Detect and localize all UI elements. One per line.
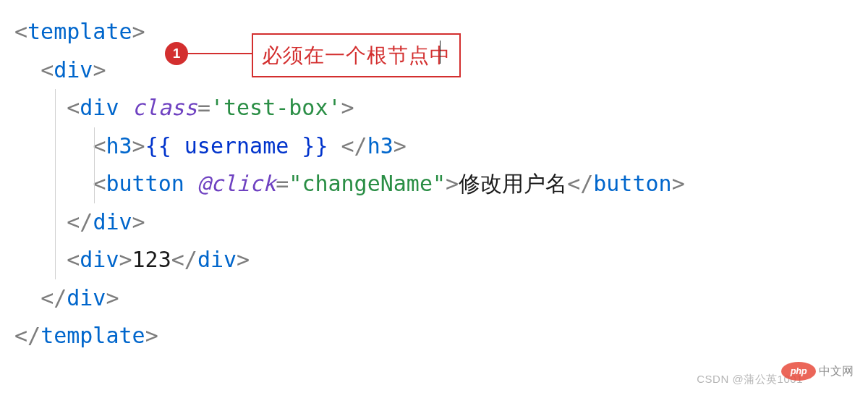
indent-guide <box>94 165 95 203</box>
code-line-3: <div class='test-box'> <box>14 89 854 127</box>
code-line-7: <div>123</div> <box>14 241 854 279</box>
indent-guide <box>55 165 56 203</box>
code-line-6: </div> <box>14 203 854 242</box>
indent-guide <box>55 203 56 242</box>
code-line-9: </template> <box>14 317 854 355</box>
indent-guide <box>55 89 56 127</box>
code-line-2: <div> <box>14 51 854 90</box>
indent-guide <box>55 241 56 279</box>
php-logo-icon: php <box>781 362 816 381</box>
indent-guide <box>55 127 56 166</box>
watermark-php: php 中文网 <box>781 361 854 381</box>
code-line-4: <h3>{{ username }} </h3> <box>14 127 854 166</box>
code-line-5: <button @click="changeName">修改用户名</butto… <box>14 165 854 203</box>
code-line-1: <template> <box>14 13 854 51</box>
indent-guide <box>94 127 95 166</box>
watermark-php-text: 中文网 <box>819 361 854 381</box>
code-line-8: </div> <box>14 279 854 318</box>
